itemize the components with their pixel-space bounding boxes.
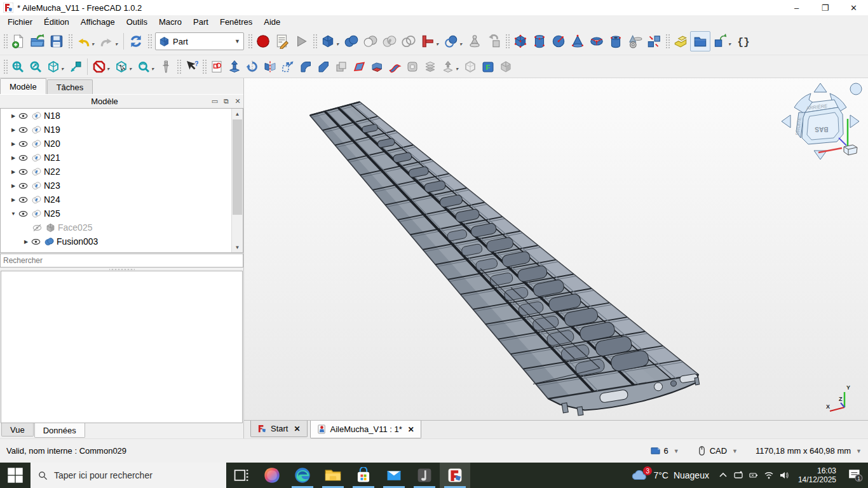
open-file-button[interactable]: [28, 32, 47, 51]
j-app-button[interactable]: [409, 463, 440, 488]
ms-store-button[interactable]: [348, 463, 379, 488]
clock-widget[interactable]: 16:03 14/12/2025: [792, 466, 843, 484]
tray-chevron-icon[interactable]: [715, 470, 731, 480]
mirror-button[interactable]: [261, 58, 279, 76]
primitive-torus-button[interactable]: [587, 32, 606, 51]
toolbar-grip[interactable]: [247, 33, 252, 50]
toolbar-grip[interactable]: [67, 33, 72, 50]
tree-search-input[interactable]: [0, 254, 243, 268]
visibility-eye-icon[interactable]: [17, 124, 29, 135]
tray-wifi-icon[interactable]: [761, 470, 776, 480]
expand-arrow-icon[interactable]: ▶: [10, 169, 17, 175]
visibility-eye-icon[interactable]: [17, 194, 29, 205]
3d-canvas[interactable]: BAS ARRIÈRE DROITE: [244, 78, 868, 420]
menu-aide[interactable]: Aide: [258, 17, 286, 27]
draw-style-button[interactable]: [90, 58, 108, 76]
scroll-up-arrow-icon[interactable]: ▲: [232, 109, 243, 119]
visibility-eye-icon[interactable]: [17, 166, 29, 177]
whats-this-button[interactable]: ?: [182, 58, 200, 76]
restore-button[interactable]: ❐: [811, 0, 839, 15]
tree-item-n25[interactable]: ▼ N25: [1, 207, 243, 220]
minimize-button[interactable]: –: [782, 0, 811, 15]
workbench-selector[interactable]: Part ▼: [155, 32, 244, 50]
visibility-eye-icon[interactable]: [17, 110, 29, 121]
simple-copy-button[interactable]: [497, 58, 515, 76]
boolean-cut-button[interactable]: [361, 32, 380, 51]
redo-button[interactable]: [97, 32, 116, 51]
primitive-tube-button[interactable]: [606, 32, 625, 51]
panel-dock-icon[interactable]: ▭: [209, 97, 220, 105]
expand-arrow-icon[interactable]: ▶: [10, 141, 17, 147]
make-face-button[interactable]: [332, 58, 350, 76]
primitive-sphere-button[interactable]: [549, 32, 568, 51]
primitive-box-button[interactable]: [511, 32, 530, 51]
task-view-button[interactable]: [226, 463, 257, 488]
tree-item-n18[interactable]: ▶ N18: [1, 109, 243, 123]
align-view-button[interactable]: [67, 58, 85, 76]
freecad-taskbar-button[interactable]: [440, 463, 470, 488]
property-editor[interactable]: [1, 271, 243, 423]
primitive-cone-button[interactable]: [568, 32, 587, 51]
expression-editor-button[interactable]: {}: [734, 32, 753, 51]
expand-arrow-icon[interactable]: ▶: [10, 155, 17, 161]
shell-button[interactable]: [461, 58, 479, 76]
selection-view-button[interactable]: [112, 58, 130, 76]
make-link-button[interactable]: [710, 32, 729, 51]
tree-item-n23[interactable]: ▶ N23: [1, 179, 243, 193]
toolbar-grip[interactable]: [3, 58, 8, 75]
tree-item-n24[interactable]: ▶ N24: [1, 193, 243, 207]
thickness-button[interactable]: [421, 58, 439, 76]
loft-button[interactable]: [368, 58, 386, 76]
revolve-button[interactable]: [243, 58, 261, 76]
sweep-button[interactable]: [386, 58, 403, 76]
panel-float-icon[interactable]: ⧉: [220, 97, 232, 105]
tree-item-n20[interactable]: ▶ N20: [1, 137, 243, 151]
tree-item-n22[interactable]: ▶ N22: [1, 165, 243, 179]
panel-close-icon[interactable]: ✕: [232, 97, 243, 105]
close-button[interactable]: ✕: [839, 0, 868, 15]
menu-outils[interactable]: Outils: [121, 17, 153, 27]
visibility-eye-icon[interactable]: [17, 208, 29, 219]
tab-donnees[interactable]: Données: [34, 423, 85, 438]
tree-item-n21[interactable]: ▶ N21: [1, 151, 243, 165]
shape-2d-view-button[interactable]: [208, 58, 226, 76]
primitive-cylinder-button[interactable]: [530, 32, 549, 51]
fillet-button[interactable]: [297, 58, 315, 76]
collapse-arrow-icon[interactable]: ▼: [10, 211, 17, 217]
notification-center-button[interactable]: 1: [843, 468, 868, 483]
expand-arrow-icon[interactable]: ▶: [10, 197, 17, 203]
primitives-button[interactable]: [318, 32, 337, 51]
ruled-surface-button[interactable]: [350, 58, 368, 76]
visibility-eye-icon[interactable]: [17, 152, 29, 163]
scale-button[interactable]: [279, 58, 297, 76]
undo-button[interactable]: [74, 32, 93, 51]
menu-affichage[interactable]: Affichage: [75, 17, 121, 27]
toolbar-grip[interactable]: [3, 33, 8, 50]
file-explorer-button[interactable]: [318, 463, 348, 488]
visibility-off-eye-icon[interactable]: [31, 222, 43, 233]
boolean-section-button[interactable]: [399, 32, 418, 51]
expand-arrow-icon[interactable]: ▶: [10, 183, 17, 189]
new-file-button[interactable]: [9, 32, 28, 51]
weather-widget[interactable]: 3 7°C Nuageux: [625, 470, 715, 481]
defeaturing-button[interactable]: [484, 32, 503, 51]
tree-scrollbar[interactable]: ▲ ▼: [231, 109, 243, 252]
view-dimensions[interactable]: 1170,18 mm x 640,98 mm ▼: [756, 446, 862, 456]
toolbar-grip[interactable]: [505, 33, 510, 50]
offset-3d-button[interactable]: [403, 58, 421, 76]
fit-all-button[interactable]: [9, 58, 27, 76]
doc-tab-start[interactable]: Start ✕: [250, 421, 308, 437]
toolbar-grip[interactable]: [665, 33, 670, 50]
toolbar-grip[interactable]: [312, 33, 317, 50]
tree-item-n19[interactable]: ▶ N19: [1, 123, 243, 137]
toolbar-grip[interactable]: [201, 58, 207, 75]
visibility-eye-icon[interactable]: [30, 236, 41, 247]
start-button[interactable]: [0, 463, 31, 488]
nav-style-selector[interactable]: CAD ▼: [697, 446, 738, 456]
wing-model[interactable]: [244, 78, 868, 420]
zoom-tools-button[interactable]: [135, 58, 153, 76]
toolbar-grip[interactable]: [147, 33, 152, 50]
menu-fichier[interactable]: Fichier: [2, 17, 38, 27]
boolean-union-button[interactable]: [342, 32, 361, 51]
refresh-button[interactable]: [126, 32, 146, 51]
